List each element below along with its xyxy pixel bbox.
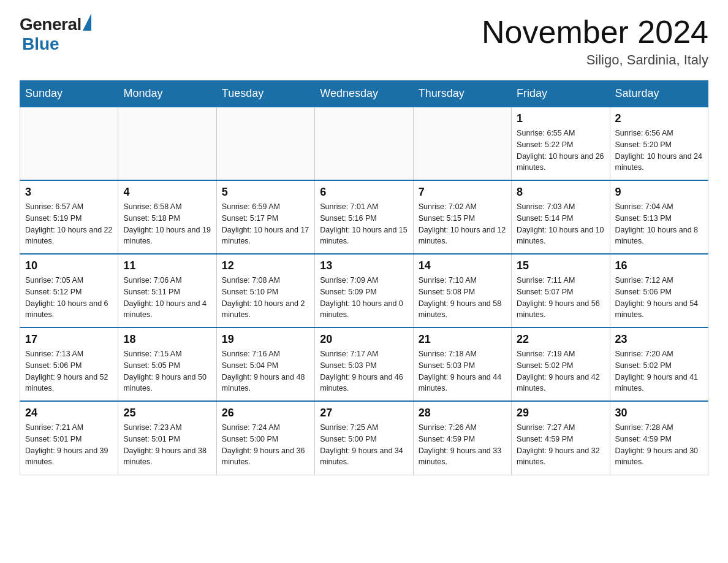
- day-number: 15: [517, 259, 604, 272]
- calendar-cell: 29Sunrise: 7:27 AM Sunset: 4:59 PM Dayli…: [512, 401, 610, 475]
- weekday-header-tuesday: Tuesday: [216, 81, 314, 107]
- day-info: Sunrise: 6:58 AM Sunset: 5:18 PM Dayligh…: [123, 201, 211, 247]
- logo-general-text: General: [20, 15, 82, 34]
- day-number: 20: [320, 333, 408, 346]
- day-number: 8: [517, 186, 604, 199]
- calendar-cell: 15Sunrise: 7:11 AM Sunset: 5:07 PM Dayli…: [512, 254, 610, 327]
- calendar-cell: [413, 107, 511, 180]
- day-number: 19: [222, 333, 309, 346]
- calendar-cell: 27Sunrise: 7:25 AM Sunset: 5:00 PM Dayli…: [315, 401, 413, 475]
- day-info: Sunrise: 7:27 AM Sunset: 4:59 PM Dayligh…: [517, 422, 604, 468]
- weekday-header-thursday: Thursday: [413, 81, 511, 107]
- day-info: Sunrise: 7:09 AM Sunset: 5:09 PM Dayligh…: [320, 275, 408, 321]
- day-number: 28: [419, 407, 506, 419]
- day-info: Sunrise: 7:20 AM Sunset: 5:02 PM Dayligh…: [615, 348, 703, 394]
- day-info: Sunrise: 7:24 AM Sunset: 5:00 PM Dayligh…: [222, 422, 309, 468]
- calendar-cell: 12Sunrise: 7:08 AM Sunset: 5:10 PM Dayli…: [216, 254, 314, 327]
- calendar-week-5: 24Sunrise: 7:21 AM Sunset: 5:01 PM Dayli…: [20, 401, 708, 475]
- day-info: Sunrise: 7:21 AM Sunset: 5:01 PM Dayligh…: [25, 422, 113, 468]
- month-title: November 2024: [482, 15, 708, 50]
- weekday-header-sunday: Sunday: [20, 81, 118, 107]
- day-info: Sunrise: 7:15 AM Sunset: 5:05 PM Dayligh…: [123, 348, 211, 394]
- day-number: 26: [222, 407, 309, 419]
- day-number: 23: [615, 333, 703, 346]
- day-number: 6: [320, 186, 408, 199]
- calendar-week-4: 17Sunrise: 7:13 AM Sunset: 5:06 PM Dayli…: [20, 327, 708, 401]
- calendar-cell: 6Sunrise: 7:01 AM Sunset: 5:16 PM Daylig…: [315, 180, 413, 254]
- day-number: 13: [320, 259, 408, 272]
- day-info: Sunrise: 7:05 AM Sunset: 5:12 PM Dayligh…: [25, 275, 113, 321]
- day-number: 9: [615, 186, 703, 199]
- calendar-body: 1Sunrise: 6:55 AM Sunset: 5:22 PM Daylig…: [20, 107, 708, 475]
- calendar-header: SundayMondayTuesdayWednesdayThursdayFrid…: [20, 81, 708, 107]
- day-number: 12: [222, 259, 309, 272]
- day-number: 16: [615, 259, 703, 272]
- calendar-cell: 23Sunrise: 7:20 AM Sunset: 5:02 PM Dayli…: [610, 327, 708, 401]
- day-number: 2: [615, 112, 703, 125]
- calendar-cell: 14Sunrise: 7:10 AM Sunset: 5:08 PM Dayli…: [413, 254, 511, 327]
- day-info: Sunrise: 7:26 AM Sunset: 4:59 PM Dayligh…: [419, 422, 506, 468]
- day-number: 30: [615, 407, 703, 419]
- calendar-cell: 16Sunrise: 7:12 AM Sunset: 5:06 PM Dayli…: [610, 254, 708, 327]
- day-info: Sunrise: 7:03 AM Sunset: 5:14 PM Dayligh…: [517, 201, 604, 247]
- day-info: Sunrise: 7:18 AM Sunset: 5:03 PM Dayligh…: [419, 348, 506, 394]
- day-info: Sunrise: 7:23 AM Sunset: 5:01 PM Dayligh…: [123, 422, 211, 468]
- calendar-cell: 18Sunrise: 7:15 AM Sunset: 5:05 PM Dayli…: [118, 327, 216, 401]
- day-info: Sunrise: 6:56 AM Sunset: 5:20 PM Dayligh…: [615, 128, 703, 174]
- day-number: 21: [419, 333, 506, 346]
- day-number: 17: [25, 333, 113, 346]
- calendar-cell: 26Sunrise: 7:24 AM Sunset: 5:00 PM Dayli…: [216, 401, 314, 475]
- day-number: 27: [320, 407, 408, 419]
- weekday-header-monday: Monday: [118, 81, 216, 107]
- calendar-week-2: 3Sunrise: 6:57 AM Sunset: 5:19 PM Daylig…: [20, 180, 708, 254]
- day-number: 18: [123, 333, 211, 346]
- calendar-cell: 22Sunrise: 7:19 AM Sunset: 5:02 PM Dayli…: [512, 327, 610, 401]
- calendar-cell: [315, 107, 413, 180]
- calendar-cell: 30Sunrise: 7:28 AM Sunset: 4:59 PM Dayli…: [610, 401, 708, 475]
- day-info: Sunrise: 7:01 AM Sunset: 5:16 PM Dayligh…: [320, 201, 408, 247]
- day-number: 29: [517, 407, 604, 419]
- calendar-cell: 11Sunrise: 7:06 AM Sunset: 5:11 PM Dayli…: [118, 254, 216, 327]
- calendar-cell: 7Sunrise: 7:02 AM Sunset: 5:15 PM Daylig…: [413, 180, 511, 254]
- day-info: Sunrise: 7:12 AM Sunset: 5:06 PM Dayligh…: [615, 275, 703, 321]
- weekday-header-saturday: Saturday: [610, 81, 708, 107]
- logo: General Blue: [20, 15, 91, 54]
- day-number: 11: [123, 259, 211, 272]
- day-info: Sunrise: 7:17 AM Sunset: 5:03 PM Dayligh…: [320, 348, 408, 394]
- day-info: Sunrise: 7:25 AM Sunset: 5:00 PM Dayligh…: [320, 422, 408, 468]
- day-info: Sunrise: 6:59 AM Sunset: 5:17 PM Dayligh…: [222, 201, 309, 247]
- calendar-cell: 5Sunrise: 6:59 AM Sunset: 5:17 PM Daylig…: [216, 180, 314, 254]
- calendar-cell: 4Sunrise: 6:58 AM Sunset: 5:18 PM Daylig…: [118, 180, 216, 254]
- calendar-cell: 13Sunrise: 7:09 AM Sunset: 5:09 PM Dayli…: [315, 254, 413, 327]
- day-number: 1: [517, 112, 604, 125]
- calendar-cell: 10Sunrise: 7:05 AM Sunset: 5:12 PM Dayli…: [20, 254, 118, 327]
- day-number: 24: [25, 407, 113, 419]
- day-info: Sunrise: 7:04 AM Sunset: 5:13 PM Dayligh…: [615, 201, 703, 247]
- calendar-cell: [216, 107, 314, 180]
- day-info: Sunrise: 7:10 AM Sunset: 5:08 PM Dayligh…: [419, 275, 506, 321]
- calendar-cell: 3Sunrise: 6:57 AM Sunset: 5:19 PM Daylig…: [20, 180, 118, 254]
- day-info: Sunrise: 6:55 AM Sunset: 5:22 PM Dayligh…: [517, 128, 604, 174]
- calendar-week-3: 10Sunrise: 7:05 AM Sunset: 5:12 PM Dayli…: [20, 254, 708, 327]
- title-section: November 2024 Siligo, Sardinia, Italy: [482, 15, 708, 68]
- page-header: General Blue November 2024 Siligo, Sardi…: [20, 15, 708, 68]
- calendar-cell: 21Sunrise: 7:18 AM Sunset: 5:03 PM Dayli…: [413, 327, 511, 401]
- calendar-cell: 20Sunrise: 7:17 AM Sunset: 5:03 PM Dayli…: [315, 327, 413, 401]
- calendar-cell: 2Sunrise: 6:56 AM Sunset: 5:20 PM Daylig…: [610, 107, 708, 180]
- location-label: Siligo, Sardinia, Italy: [482, 52, 708, 68]
- day-info: Sunrise: 6:57 AM Sunset: 5:19 PM Dayligh…: [25, 201, 113, 247]
- weekday-header-friday: Friday: [512, 81, 610, 107]
- calendar-cell: [118, 107, 216, 180]
- day-info: Sunrise: 7:19 AM Sunset: 5:02 PM Dayligh…: [517, 348, 604, 394]
- day-info: Sunrise: 7:11 AM Sunset: 5:07 PM Dayligh…: [517, 275, 604, 321]
- weekday-header-row: SundayMondayTuesdayWednesdayThursdayFrid…: [20, 81, 708, 107]
- day-number: 4: [123, 186, 211, 199]
- logo-blue-text: Blue: [22, 34, 59, 54]
- day-number: 14: [419, 259, 506, 272]
- day-number: 22: [517, 333, 604, 346]
- day-number: 25: [123, 407, 211, 419]
- day-info: Sunrise: 7:02 AM Sunset: 5:15 PM Dayligh…: [419, 201, 506, 247]
- calendar-cell: 8Sunrise: 7:03 AM Sunset: 5:14 PM Daylig…: [512, 180, 610, 254]
- day-number: 5: [222, 186, 309, 199]
- calendar-cell: 25Sunrise: 7:23 AM Sunset: 5:01 PM Dayli…: [118, 401, 216, 475]
